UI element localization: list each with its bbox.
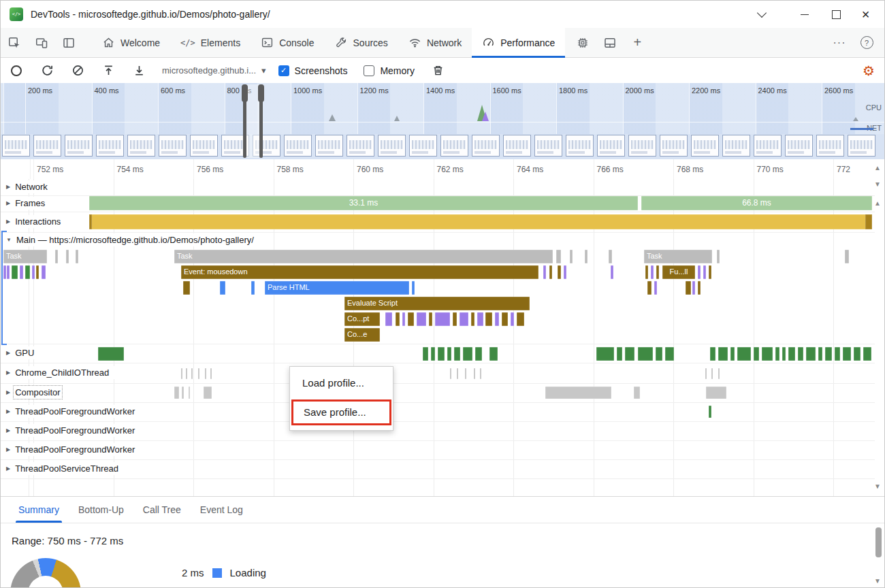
filmstrip-thumbnail[interactable] <box>472 135 500 157</box>
bar[interactable] <box>854 347 860 361</box>
details-tab-bottom-up[interactable]: Bottom-Up <box>69 497 133 523</box>
scroll-down-arrow[interactable]: ▼ <box>874 180 881 188</box>
bar[interactable] <box>423 347 428 361</box>
bar[interactable] <box>692 281 695 295</box>
bar[interactable] <box>549 265 552 279</box>
reload-and-record-button[interactable] <box>39 63 54 78</box>
bar[interactable] <box>502 312 508 326</box>
tracks-scroll-up-arrow[interactable]: ▲ <box>874 199 881 207</box>
bar[interactable] <box>210 368 212 379</box>
customize-devtools-button[interactable]: ··· <box>826 28 853 57</box>
track-toggle-network[interactable]: ▶ Network <box>5 180 53 193</box>
bar[interactable] <box>76 250 78 263</box>
bar[interactable] <box>706 387 726 399</box>
inspect-element-button[interactable] <box>1 28 28 57</box>
bar[interactable] <box>7 265 10 279</box>
bar[interactable] <box>12 265 18 279</box>
details-tab-summary[interactable]: Summary <box>9 497 69 523</box>
bar[interactable] <box>55 250 58 263</box>
dock-options-button[interactable] <box>745 1 777 28</box>
filmstrip-thumbnail[interactable] <box>159 135 187 157</box>
selection-left-handle[interactable] <box>243 84 246 158</box>
bar[interactable] <box>556 250 561 263</box>
bar[interactable] <box>543 265 546 279</box>
bar[interactable] <box>709 265 711 279</box>
save-profile-button[interactable] <box>131 63 146 78</box>
bar[interactable] <box>798 347 803 361</box>
bar[interactable] <box>42 265 46 279</box>
bar[interactable] <box>412 281 415 295</box>
filmstrip-thumbnail[interactable] <box>409 135 437 157</box>
bar[interactable] <box>89 214 92 229</box>
memory-checkbox-row[interactable]: Memory <box>364 65 415 76</box>
cpu-throttling-button[interactable] <box>569 28 596 57</box>
bar[interactable] <box>25 265 30 279</box>
bar[interactable] <box>775 347 779 361</box>
context-menu-item-save-profile[interactable]: Save profile... <box>293 402 389 423</box>
track-toggle-threadpool-3[interactable]: ▶ ThreadPoolForegroundWorker <box>5 443 140 456</box>
bar[interactable] <box>408 312 414 326</box>
bar[interactable] <box>645 265 648 279</box>
filmstrip-thumbnail[interactable] <box>534 135 562 157</box>
bar[interactable] <box>495 312 499 326</box>
capture-settings-button[interactable]: ⚙ <box>863 64 875 78</box>
track-toggle-main[interactable]: ▼ Main — https://microsoftedge.github.io… <box>5 233 259 246</box>
bar-co...e[interactable]: Co...e <box>344 328 380 342</box>
bar[interactable] <box>447 347 451 361</box>
track-toggle-compositor[interactable]: ▶ Compositor <box>5 386 66 399</box>
bar[interactable] <box>638 347 653 361</box>
load-profile-button[interactable] <box>101 63 116 78</box>
bar[interactable] <box>709 406 711 418</box>
filmstrip-thumbnail[interactable] <box>660 135 688 157</box>
bar-task[interactable]: Task <box>644 250 712 263</box>
filmstrip-thumbnail[interactable] <box>722 135 750 157</box>
bar[interactable] <box>564 265 566 279</box>
tab-sources[interactable]: Sources <box>325 28 398 57</box>
bar[interactable] <box>450 368 451 379</box>
dock-layout-button[interactable] <box>596 28 624 57</box>
filmstrip-thumbnail[interactable] <box>65 135 93 157</box>
bar-task[interactable]: Task <box>174 250 553 263</box>
profile-selector[interactable]: microsoftedge.github.i... ▾ <box>162 65 266 76</box>
bar[interactable] <box>174 387 179 399</box>
bar[interactable] <box>656 347 662 361</box>
tab-performance[interactable]: Performance <box>472 28 565 57</box>
filmstrip-thumbnail[interactable] <box>754 135 782 157</box>
bar[interactable] <box>863 347 871 361</box>
bar[interactable] <box>32 265 35 279</box>
bar-fu...ll[interactable]: Fu...ll <box>662 265 695 279</box>
bar[interactable] <box>183 281 190 295</box>
screenshots-checkbox-row[interactable]: ✓ Screenshots <box>278 65 348 76</box>
bar[interactable] <box>465 368 466 379</box>
bar[interactable] <box>717 250 720 263</box>
bar[interactable] <box>204 387 212 399</box>
garbage-collect-button[interactable] <box>431 63 446 78</box>
bar[interactable] <box>453 312 457 326</box>
filmstrip-thumbnail[interactable] <box>2 135 30 157</box>
bar[interactable] <box>647 281 651 295</box>
bar[interactable] <box>191 368 193 379</box>
summary-scrollbar-thumb[interactable] <box>875 527 882 557</box>
bar[interactable] <box>460 312 468 326</box>
bar[interactable] <box>651 265 654 279</box>
screenshots-checkbox[interactable]: ✓ <box>278 65 289 76</box>
filmstrip-thumbnail[interactable] <box>284 135 312 157</box>
bar[interactable] <box>454 347 460 361</box>
bar[interactable] <box>511 312 514 326</box>
bar[interactable] <box>570 250 573 263</box>
bar[interactable] <box>585 250 588 263</box>
bar[interactable] <box>182 387 184 399</box>
filmstrip-thumbnail[interactable] <box>33 135 61 157</box>
tracks-scroll-down-arrow[interactable]: ▼ <box>874 483 881 490</box>
bar[interactable] <box>703 265 706 279</box>
bar[interactable] <box>417 312 426 326</box>
bar[interactable] <box>463 347 472 361</box>
bar[interactable] <box>20 265 23 279</box>
bar[interactable] <box>705 368 707 379</box>
bar[interactable] <box>477 312 483 326</box>
scroll-up-arrow[interactable]: ▲ <box>874 164 881 172</box>
filmstrip-thumbnail[interactable] <box>440 135 468 157</box>
filmstrip-thumbnail[interactable] <box>816 135 844 157</box>
bar[interactable] <box>429 312 432 326</box>
bar[interactable] <box>788 347 795 361</box>
